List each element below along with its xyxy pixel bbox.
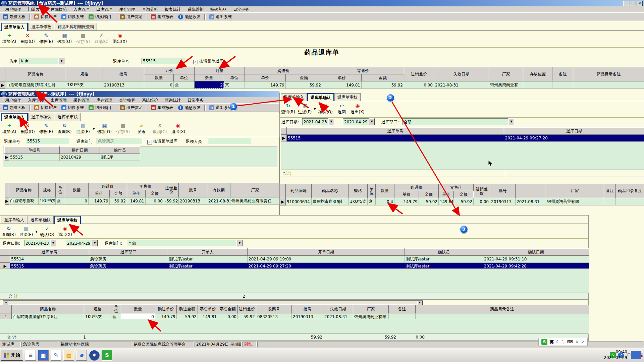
col-header[interactable]: 规格	[349, 184, 368, 198]
checkbox-checked-icon[interactable]: ✓	[193, 60, 198, 64]
bill-number-input[interactable]	[26, 138, 70, 144]
dept-input[interactable]	[97, 138, 143, 144]
edit-button[interactable]: ✎修改(E)	[37, 32, 55, 45]
filter-button[interactable]: ▥过滤(F)	[74, 122, 92, 135]
person-input[interactable]	[208, 138, 251, 144]
col-header[interactable]: 药品名称	[9, 183, 39, 197]
menu-item[interactable]: 入库管理	[70, 6, 93, 13]
col-header[interactable]: 金额	[454, 191, 474, 198]
col-header[interactable]: 数量	[121, 305, 155, 313]
col-group-header[interactable]: 零售价	[439, 184, 474, 191]
taskbar-app-monitor[interactable]: ▣	[38, 350, 49, 361]
col-header[interactable]: 失效日期	[323, 305, 353, 313]
save-button[interactable]: ■保存(S)	[74, 32, 92, 45]
cancel-button[interactable]: ✗取消(C)	[92, 32, 111, 45]
table-row[interactable]: ▶ 白眉蛇毒血凝 1KU*5支 盒 0 149.79 59.92 149.81 …	[5, 197, 280, 205]
cancel-button[interactable]: ✗取消(C)	[151, 122, 169, 135]
col-header[interactable]: 单价	[322, 74, 362, 81]
table-row[interactable]: ▶ 白眉蛇毒血凝酶(邦亭)(注射 1KU*5支 20190313 0 盒 2 支…	[0, 81, 644, 89]
menu-item[interactable]: 门诊发药	[25, 6, 47, 13]
by-request-checkbox[interactable]: ✓按请领单退库	[147, 138, 177, 144]
col-header[interactable]: 操作日期	[60, 147, 100, 154]
col-header[interactable]: 批号	[490, 184, 516, 198]
table-row[interactable]: ▶ 55515 20210429 测试库	[5, 154, 140, 161]
selected-quantity-cell[interactable]: 2	[195, 81, 224, 89]
col-header[interactable]: 确认员	[405, 249, 483, 256]
switch-user-button[interactable]: ☻切换用户	[33, 104, 58, 111]
tray-clock[interactable]: 09:40 2021-04-29	[604, 349, 627, 361]
taskbar-app-compass[interactable]: ✶	[89, 350, 100, 361]
window2-titlebar[interactable]: 药库管理系统【药库--测试库】---【fjlnyy】	[0, 91, 279, 97]
menu-item[interactable]: 住院摆药	[48, 6, 70, 13]
exit-button[interactable]: ◉退出(X)	[169, 122, 187, 135]
col-header[interactable]: 开单日期	[248, 249, 405, 256]
nav-panel-button[interactable]: ▦导航面板	[1, 13, 27, 20]
exit-system-button[interactable]: ⎆退出系统	[208, 13, 233, 20]
col-group-header[interactable]: 购进价	[89, 183, 127, 190]
tab-shenhe[interactable]: 退库单审核	[54, 216, 81, 224]
delete-button[interactable]: ×删除(D)	[18, 32, 37, 45]
tab-shuru[interactable]: 退库单输入	[1, 216, 27, 224]
col-header[interactable]: 数量	[144, 74, 174, 81]
col-header[interactable]: 单价	[439, 191, 454, 198]
col-header[interactable]: 单位	[174, 74, 195, 81]
col-group-header[interactable]: 计价	[144, 67, 195, 74]
col-header[interactable]: 金额	[110, 190, 127, 197]
col-header[interactable]: 单价	[394, 191, 419, 198]
table-row[interactable]: ▶ 910003634 白眉蛇毒血凝酶( 1KU*5支 盒 0.4 149.79…	[280, 198, 644, 205]
menu-item[interactable]: 报表统计	[162, 6, 184, 13]
options-button[interactable]: ▦选项(O)	[55, 32, 74, 45]
send-button[interactable]: »发送	[132, 122, 151, 135]
switch-system-button[interactable]: ⇄切换系统	[60, 104, 86, 111]
col-header[interactable]: 药品编码	[286, 184, 312, 198]
dept-dropdown[interactable]: 全部▼	[127, 240, 243, 246]
col-header[interactable]: 零售金额	[218, 305, 238, 313]
tab-queren[interactable]: 退库单确认	[28, 216, 54, 224]
col-header[interactable]: 零售单价	[198, 305, 218, 313]
col-header[interactable]: 备注	[604, 184, 616, 198]
col-header[interactable]: 发票号	[256, 305, 292, 313]
query-button[interactable]: ↻查询(R)	[280, 102, 297, 115]
col-header[interactable]: 单价	[89, 190, 110, 197]
menu-item[interactable]: 库存管理	[93, 97, 115, 104]
col-header[interactable]: 药品名称	[312, 184, 349, 198]
tab-shuru[interactable]: 退库单输入	[1, 113, 28, 121]
tab-chuku-mingxi[interactable]: 药品出库明细账查询	[55, 23, 97, 31]
language-indicator[interactable]: 英	[550, 339, 554, 345]
switch-system-button[interactable]: ⇄切换系统	[60, 13, 86, 20]
lock-user-button[interactable]: ⚿用户锁定	[118, 13, 144, 20]
col-header[interactable]: 药品名称	[12, 305, 84, 313]
col-header[interactable]: 退库部门	[89, 249, 168, 256]
col-header[interactable]: 单位	[56, 183, 65, 197]
col-header[interactable]: 退库日期	[504, 128, 644, 135]
add-button[interactable]: +增加(A)	[0, 32, 18, 45]
taskbar-app-notepad[interactable]: ✎	[51, 350, 61, 361]
window1-titlebar[interactable]: 药房管理系统【急诊药房--测试库】---【fjlnyy】 ─ □ ×	[0, 0, 644, 6]
col-header[interactable]: 确认日期	[483, 249, 589, 256]
chevron-down-icon[interactable]: ▼	[50, 240, 56, 246]
chevron-down-icon[interactable]: ▼	[508, 118, 514, 125]
scrollbar-thumb[interactable]	[8, 301, 417, 304]
col-header[interactable]: 厂家	[230, 183, 280, 197]
menu-item[interactable]: 采购管理	[70, 97, 93, 104]
tab-queren[interactable]: 退库单确认	[28, 113, 54, 121]
return-button[interactable]: ↩退回	[335, 102, 349, 115]
chevron-down-icon[interactable]: ▼	[369, 118, 375, 125]
taskbar-app-ie[interactable]: e	[76, 350, 87, 361]
col-header[interactable]: 药品目录备注	[573, 67, 644, 81]
minimize-icon[interactable]: ─	[623, 1, 629, 6]
punctuation-icon[interactable]: ’,	[562, 340, 565, 344]
query-button[interactable]: ↻查询(R)	[55, 122, 74, 135]
table-row[interactable]: 55514 急诊药房 测试库/astar 2021-04-29 09:19:09…	[0, 256, 589, 263]
taskbar-app-grid[interactable]: ▦	[63, 350, 74, 361]
menu-item[interactable]: 库存管理	[116, 6, 138, 13]
tab-shenhe[interactable]: 退库单审核	[55, 113, 81, 121]
sogou-language-bar[interactable]: S 英 ☾ ’, ⌨ ♟	[538, 338, 588, 346]
keyboard-icon[interactable]: ⌨	[567, 340, 573, 344]
tab-shuru[interactable]: 退库单输入	[281, 93, 307, 101]
switch-user-button[interactable]: ☻切换用户	[33, 13, 58, 20]
reports-button[interactable]: ▦集成报表	[149, 104, 175, 111]
col-header[interactable]: 存放位置	[523, 67, 552, 81]
lock-user-button[interactable]: ⚿用户锁定	[118, 104, 144, 111]
col-header[interactable]: 单价	[245, 74, 286, 81]
